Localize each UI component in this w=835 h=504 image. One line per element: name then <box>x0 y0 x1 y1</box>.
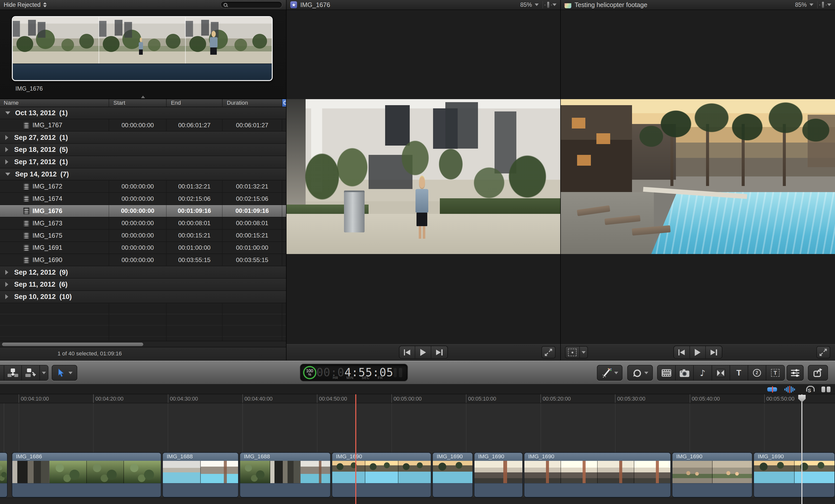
retime-button[interactable] <box>627 365 653 381</box>
transitions-browser-button[interactable] <box>712 365 730 381</box>
date-group-row[interactable]: Sep 18, 2012(5) <box>0 144 286 156</box>
clip-row[interactable]: IMG_1691 00:00:00:00 00:01:00:00 00:01:0… <box>0 242 286 254</box>
filmstrip-frames[interactable] <box>13 17 272 64</box>
display-options-icon[interactable] <box>547 1 550 8</box>
timeline-clip[interactable]: IMG_1690 <box>432 452 473 498</box>
play-button[interactable] <box>690 346 706 358</box>
clip-row[interactable]: IMG_1673 00:00:00:00 00:00:08:01 00:00:0… <box>0 217 286 230</box>
date-group-row[interactable]: Sep 11, 2012(6) <box>0 279 286 291</box>
date-group-row[interactable]: Sep 14, 2012(7) <box>0 168 286 181</box>
date-group-row[interactable]: Oct 13, 2012(1) <box>0 107 286 119</box>
browser-toolbar: Hide Rejected <box>0 0 286 10</box>
horizontal-scrollbar[interactable] <box>0 341 286 347</box>
skimming-icon <box>767 387 777 391</box>
disclosure-down-icon[interactable] <box>5 112 10 115</box>
edit-options-dropdown[interactable] <box>40 365 48 381</box>
timeline-clip[interactable]: IMG_1686 <box>12 452 161 498</box>
timecode-display[interactable]: 100 % 00:04:55:05 HRMINSECFR <box>300 364 408 381</box>
project-viewer-transport <box>561 344 835 360</box>
column-header-duration[interactable]: Duration <box>223 99 282 107</box>
next-frame-button[interactable] <box>706 346 722 358</box>
zoom-dropdown-icon[interactable] <box>535 3 539 6</box>
zoom-dropdown-icon[interactable] <box>809 3 813 6</box>
clip-row[interactable]: IMG_1672 00:00:00:00 00:01:32:21 00:01:3… <box>0 180 286 193</box>
column-header-name[interactable]: Name <box>0 99 109 107</box>
date-group-row[interactable]: Sep 27, 2012(1) <box>0 132 286 144</box>
disclosure-right-icon[interactable] <box>5 282 8 287</box>
themes-browser-button[interactable]: T <box>766 365 784 381</box>
fullscreen-button[interactable] <box>542 346 555 358</box>
retime-loop-icon <box>632 368 642 378</box>
solo-toggle[interactable]: S <box>803 386 816 393</box>
playhead[interactable] <box>355 394 356 504</box>
skimming-toggle[interactable] <box>766 386 778 393</box>
disclosure-right-icon[interactable] <box>5 147 8 152</box>
timeline-clip[interactable]: IMG_1688 <box>162 452 239 498</box>
titles-t-icon: T <box>736 368 741 378</box>
selected-clip-filmstrip[interactable] <box>12 16 273 81</box>
display-dropdown-icon[interactable] <box>552 3 556 6</box>
zoom-level-value[interactable]: 85% <box>795 1 807 8</box>
audio-skimming-toggle[interactable] <box>783 386 796 393</box>
event-viewer-canvas[interactable] <box>287 10 560 344</box>
disclosure-right-icon[interactable] <box>5 135 8 140</box>
disclosure-right-icon[interactable] <box>5 294 8 299</box>
timeline-clip[interactable]: IMG_1690 <box>474 452 523 498</box>
disclosure-down-icon[interactable] <box>5 173 10 176</box>
disclosure-right-icon[interactable] <box>5 159 8 164</box>
share-button[interactable] <box>808 365 828 381</box>
inspector-button[interactable] <box>787 365 803 381</box>
timeline-clip[interactable]: IMG_1688 <box>240 452 331 498</box>
next-frame-button[interactable] <box>431 346 447 358</box>
tool-dropdown-icon[interactable] <box>68 372 73 374</box>
column-header-start[interactable]: Start <box>109 99 167 107</box>
clip-row[interactable]: IMG_1675 00:00:00:00 00:00:15:21 00:00:1… <box>0 230 286 242</box>
clip-row-selected[interactable]: IMG_1676 00:00:00:00 00:01:09:16 00:01:0… <box>0 205 286 217</box>
audio-meters-icon[interactable] <box>394 368 402 377</box>
timeline-clip[interactable]: IMG_1690 <box>672 452 752 498</box>
clip-row[interactable]: IMG_1674 00:00:00:00 00:02:15:06 00:02:1… <box>0 193 286 205</box>
titles-browser-button[interactable]: T <box>730 365 748 381</box>
enhancements-button[interactable] <box>597 365 623 381</box>
fullscreen-button[interactable] <box>816 346 830 358</box>
search-field[interactable] <box>221 1 282 8</box>
display-dropdown-icon[interactable] <box>827 3 831 6</box>
transform-tool-button[interactable] <box>565 346 588 358</box>
generators-browser-button[interactable]: 2 <box>748 365 766 381</box>
clip-row[interactable]: IMG_1690 00:00:00:00 00:03:55:15 00:03:5… <box>0 254 286 266</box>
column-header-partial[interactable]: C <box>282 99 286 107</box>
append-edit-button[interactable] <box>22 365 40 381</box>
music-browser-button[interactable]: ♪ <box>694 365 712 381</box>
date-group-row[interactable]: Sep 17, 2012(1) <box>0 156 286 168</box>
connect-edit-button[interactable] <box>0 365 4 381</box>
retime-dropdown-icon[interactable] <box>644 372 648 374</box>
zoom-level-value[interactable]: 85% <box>520 1 532 8</box>
column-header-end[interactable]: End <box>167 99 223 107</box>
timeline-ruler[interactable]: 00:04:10:00 00:04:20:00 00:04:30:00 00:0… <box>0 394 835 403</box>
enhancements-dropdown-icon[interactable] <box>614 372 618 374</box>
timeline-clip[interactable]: IMG_1690 <box>753 452 835 498</box>
timeline-clip[interactable]: IMG_1690 <box>332 452 431 498</box>
date-group-row[interactable]: Sep 12, 2012(9) <box>0 266 286 279</box>
display-options-icon[interactable] <box>821 1 825 8</box>
transform-dropdown[interactable] <box>579 347 587 358</box>
play-button[interactable] <box>415 346 431 358</box>
previous-frame-button[interactable] <box>674 346 690 358</box>
magic-wand-icon <box>602 367 612 378</box>
clip-row[interactable]: IMG_1767 00:00:00:00 00:06:01:27 00:06:0… <box>0 119 286 132</box>
disclosure-right-icon[interactable] <box>5 270 8 275</box>
previous-frame-button[interactable] <box>400 346 415 358</box>
search-input[interactable] <box>229 2 279 8</box>
insert-edit-button[interactable] <box>4 365 22 381</box>
photos-browser-button[interactable] <box>676 365 694 381</box>
panel-resize-handle[interactable] <box>141 96 145 98</box>
timeline-clip[interactable]: IMG_1690 <box>524 452 671 498</box>
video-browser-button[interactable] <box>658 365 676 381</box>
timeline-clip[interactable] <box>0 452 7 498</box>
snapping-toggle[interactable] <box>819 386 832 393</box>
select-tool-button[interactable] <box>52 365 77 381</box>
date-group-row[interactable]: Sep 10, 2012(10) <box>0 291 286 303</box>
scrollbar-thumb[interactable] <box>2 343 143 346</box>
project-viewer-canvas[interactable] <box>561 10 835 344</box>
filter-dropdown[interactable]: Hide Rejected <box>4 1 47 8</box>
